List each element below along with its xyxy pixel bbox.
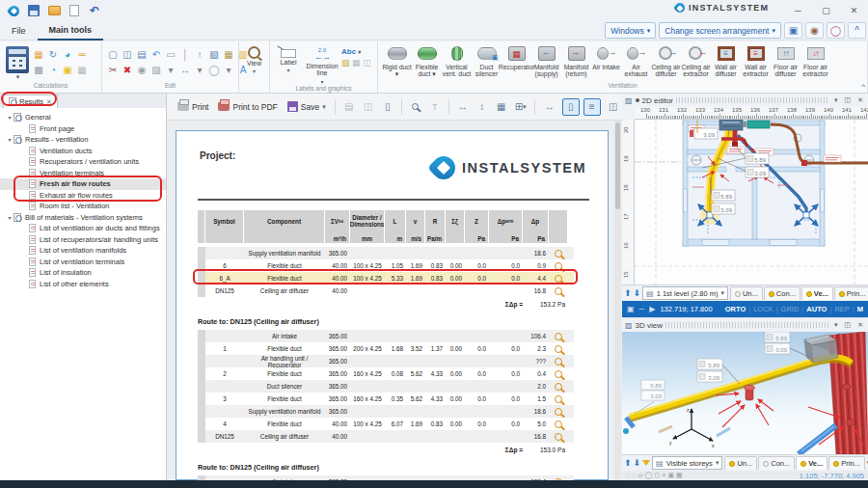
edit-tool-icon-4[interactable]: ▤: [135, 47, 149, 61]
row-zoom-icon[interactable]: [555, 250, 562, 258]
status-minus-icon[interactable]: ─: [639, 305, 645, 313]
row-zoom-icon[interactable]: [555, 433, 562, 441]
search-icon[interactable]: [408, 99, 423, 115]
table-row[interactable]: 1Flexible duct365.00200 x 4.251.683.521.…: [198, 342, 574, 355]
page-grid-icon[interactable]: ⊞▾: [513, 99, 529, 115]
edit-tool-icon-2[interactable]: ◫: [121, 47, 134, 61]
calculations-tool-icon-1[interactable]: ▩: [32, 63, 45, 76]
tab-main-tools[interactable]: Main tools: [38, 21, 104, 41]
table-row[interactable]: Air handling unit / Recuperator365.00???: [198, 355, 574, 367]
ventilation-button-wall-air-diffuser[interactable]: ≡Wall air diffuser: [711, 43, 741, 77]
status-screen-icon[interactable]: ▣: [627, 305, 635, 313]
pin-icon-3d[interactable]: ◫: [843, 321, 854, 329]
print-button[interactable]: Print: [175, 100, 211, 114]
font-size-icon[interactable]: T: [427, 99, 443, 115]
edit-tool-icon-14[interactable]: ▧: [207, 47, 221, 61]
minimize-button[interactable]: ─: [784, 0, 812, 20]
tree-item-list-of-other-elements[interactable]: List of other elements: [0, 279, 166, 290]
edit-tool-icon-1[interactable]: ✂: [106, 63, 120, 76]
tree-item-ventilation-ducts[interactable]: Ventilation ducts: [0, 146, 166, 157]
row-zoom-icon[interactable]: [555, 262, 562, 270]
ventilation-button-ceiling-air-diffuser[interactable]: →Ceiling air diffuser: [651, 43, 681, 77]
plan-canvas[interactable]: 5.89 3.09 5.89 3.09 3.09: [635, 120, 868, 285]
tree-item-exhaust-air-flow-routes[interactable]: Exhaust air flow routes: [0, 190, 166, 202]
tree-item-ventilation-terminals[interactable]: Ventilation terminals: [0, 168, 166, 179]
table-row[interactable]: DN125Ceiling air diffuser40.0016.8: [198, 430, 574, 443]
tree-item-bill-of-materials-ventilation-systems[interactable]: ▾Bill of materials - Ventilation systems: [0, 212, 166, 224]
calculations-tool-icon-0[interactable]: ▦: [32, 47, 45, 61]
ventilation-button-vertical-vent-duct[interactable]: Vertical vent. duct: [442, 43, 472, 77]
status-flag-icon[interactable]: ▶: [649, 305, 655, 313]
abc-button[interactable]: Abc ▾: [341, 47, 371, 56]
chevron-down-icon[interactable]: ▾: [6, 114, 14, 121]
tree-item-general[interactable]: ▾General: [0, 112, 166, 123]
tab-file[interactable]: File: [0, 21, 38, 41]
row-zoom-icon[interactable]: [555, 370, 562, 378]
edit-tool-icon-9[interactable]: ▾: [164, 63, 177, 76]
calculations-tool-icon-6[interactable]: ═: [75, 47, 89, 61]
ventilation-button-floor-air-diffuser[interactable]: ↑↑Floor air diffuser: [771, 43, 800, 77]
ventilation-button-flexible-duct[interactable]: Flexible duct ▾: [412, 43, 442, 77]
ventilation-button-manifold-return-[interactable]: →Manifold (return): [561, 43, 591, 77]
open-folder-icon[interactable]: [47, 4, 61, 17]
single-page-toggle[interactable]: ▯: [562, 98, 580, 116]
ventilation-button-recuperator[interactable]: ▦Recuperator: [502, 43, 531, 70]
layer-2d-tab-con[interactable]: Con...: [764, 286, 800, 300]
dimension-line-button[interactable]: 2.0←→ Dimension line▾: [303, 44, 341, 85]
edit-tool-icon-6[interactable]: ↶: [149, 47, 163, 61]
panel-close-icon-3d[interactable]: ✕: [855, 321, 865, 329]
new-sheet-icon[interactable]: ▨ ▦ ◫: [341, 58, 371, 68]
layer-3d-tab-prin[interactable]: Prin...: [828, 456, 865, 470]
visible-storeys-selector[interactable]: ▤ Visible storeys ▾: [652, 456, 722, 470]
panel-menu-icon[interactable]: ▾: [832, 96, 840, 104]
save-icon[interactable]: [27, 4, 41, 17]
layer-3d-tab-con[interactable]: Con...: [758, 456, 795, 470]
layer-2d-tab-prin[interactable]: Prin...: [834, 286, 868, 300]
label-button[interactable]: Label▾: [274, 44, 303, 73]
view-button[interactable]: View▾: [243, 44, 265, 74]
page-width-toggle[interactable]: ↔: [541, 98, 558, 116]
edit-tool-icon-17[interactable]: ▾: [222, 63, 235, 76]
table-row[interactable]: 6Flexible duct40.00100 x 4.251.051.690.8…: [198, 259, 574, 272]
row-zoom-icon[interactable]: [555, 358, 562, 366]
screen-icon[interactable]: ▣: [784, 22, 802, 39]
edit-tool-icon-10[interactable]: │: [178, 47, 192, 61]
storey-down-icon[interactable]: ⬇: [634, 288, 641, 298]
undo-icon[interactable]: ↶: [88, 4, 101, 17]
row-zoom-icon[interactable]: [555, 345, 562, 353]
calculations-dropdown-arrow[interactable]: ▾: [16, 73, 20, 81]
calculations-tool-icon-3[interactable]: ◔: [46, 63, 60, 76]
table-row[interactable]: Duct silencer365.002.0: [198, 380, 574, 393]
layer-2d-tab-ve[interactable]: Ve...: [801, 286, 833, 300]
ventilation-button-duct-silencer[interactable]: ▣Duct silencer: [472, 43, 502, 77]
table-row[interactable]: Supply ventilation manifold365.0018.6: [198, 405, 574, 418]
report-scrollbar[interactable]: [614, 121, 621, 480]
tree-item-recuperators-ventilation-units[interactable]: Recuperators / ventilation units: [0, 156, 166, 168]
edit-tool-icon-11[interactable]: ↔: [178, 63, 192, 76]
layer-2d-tab-un[interactable]: Un...: [730, 286, 763, 300]
row-zoom-icon[interactable]: [555, 383, 562, 391]
edit-tool-icon-16[interactable]: ▦: [222, 47, 235, 61]
mode-toggle-m[interactable]: M: [857, 305, 863, 313]
table-row[interactable]: 6_AFlexible duct40.00100 x 4.255.331.690…: [198, 272, 574, 285]
mode-toggle-grid[interactable]: GRID: [781, 305, 800, 313]
ventilation-button-floor-air-extractor[interactable]: ↓↑Floor air extractor: [800, 43, 830, 77]
row-zoom-icon[interactable]: [555, 275, 562, 283]
fit-width-icon[interactable]: ↔: [455, 99, 471, 115]
silencer-unit[interactable]: [747, 121, 770, 128]
help-icon[interactable]: ◯: [827, 22, 845, 39]
new-document-icon[interactable]: [68, 4, 81, 17]
windows-menu-button[interactable]: Windows▾: [605, 22, 656, 39]
row-zoom-icon[interactable]: [555, 287, 562, 295]
edit-tool-icon-7[interactable]: ▨: [149, 63, 163, 76]
table-row[interactable]: 4Flexible duct40.00100 x 4.256.071.690.8…: [198, 418, 574, 430]
row-zoom-icon[interactable]: [555, 408, 562, 416]
tree-item-list-of-recuperators-air-handling-units[interactable]: List of recuperators/air handling units: [0, 234, 166, 246]
table-row[interactable]: 2Flexible duct365.00160 x 4.250.085.624.…: [198, 367, 574, 380]
app-logo-icon[interactable]: [7, 4, 20, 17]
ribbon-collapse-chevron[interactable]: ^: [861, 82, 865, 91]
recuperator-unit[interactable]: [719, 120, 743, 130]
report-scroll-area[interactable]: Project: INSTALSYSTEM SymbolComponentΣVs…: [167, 121, 622, 480]
view-cube[interactable]: [804, 335, 838, 363]
edit-tool-icon-15[interactable]: ◯: [207, 63, 221, 76]
